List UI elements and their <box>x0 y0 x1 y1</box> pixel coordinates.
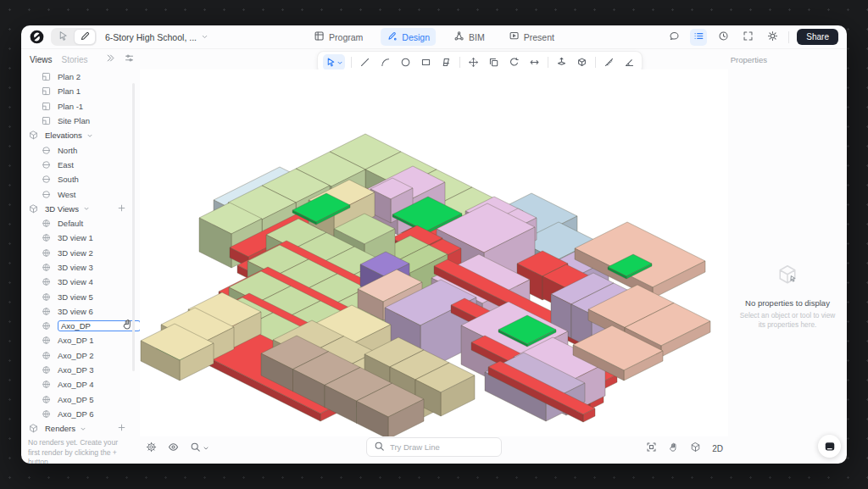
massing-model-3d-view[interactable] <box>140 69 728 436</box>
sidebar-item-north[interactable]: North <box>21 142 140 157</box>
cursor-icon <box>58 30 69 45</box>
sidebar-item-3d-view-6[interactable]: 3D view 6 <box>21 304 140 319</box>
tool-move[interactable] <box>466 54 481 70</box>
tab-program[interactable]: Program <box>308 28 369 46</box>
sidebar-item-site-plan[interactable]: Site Plan <box>21 114 140 128</box>
sidebar-item-west[interactable]: West <box>21 186 140 201</box>
tab-design[interactable]: Design <box>381 28 436 46</box>
tool-flip[interactable] <box>527 54 542 70</box>
sidebar-section-renders[interactable]: Renders <box>21 421 140 436</box>
tool-rotate[interactable] <box>507 54 521 70</box>
view-icon <box>41 394 52 405</box>
sidebar-item-plan-1[interactable]: Plan -1 <box>21 99 140 114</box>
tool-line[interactable] <box>358 54 372 70</box>
select-mode-button[interactable] <box>53 30 73 44</box>
sidebar-item-south[interactable]: South <box>21 172 140 186</box>
sidebar-item-east[interactable]: East <box>21 158 140 172</box>
sidebar-item-axo-dp-5[interactable]: Axo_DP 5 <box>21 392 140 407</box>
add-3d-views-button[interactable] <box>117 203 126 213</box>
divider <box>788 31 789 43</box>
program-icon <box>314 31 325 43</box>
sidebar-section-3d-views[interactable]: 3D Views <box>21 202 140 216</box>
sidebar-item-default[interactable]: Default <box>21 216 140 231</box>
tool-arc[interactable] <box>378 54 392 70</box>
properties-panel: No properties to display Select an objec… <box>728 69 847 464</box>
sidebar-item-3d-view-5[interactable]: 3D view 5 <box>21 289 140 303</box>
tool-measure[interactable] <box>602 54 616 70</box>
sidebar-item-3d-view-4[interactable]: 3D view 4 <box>21 275 140 289</box>
visibility-button[interactable] <box>168 441 179 456</box>
cube-icon <box>28 423 39 434</box>
zoom-fit-button[interactable] <box>646 441 657 456</box>
zoom-menu-button[interactable] <box>190 441 209 456</box>
comment-icon <box>669 30 680 45</box>
filter-icon[interactable] <box>124 52 135 67</box>
tool-eraser[interactable] <box>439 54 453 70</box>
eye-icon <box>168 441 179 456</box>
view-icon <box>41 335 52 346</box>
divider <box>351 57 352 68</box>
toggle-2d-button[interactable]: 2D <box>712 444 723 453</box>
tool-select[interactable] <box>323 54 345 70</box>
tab-bim[interactable]: BIM <box>448 28 491 46</box>
collapse-sidebar-icon[interactable] <box>105 52 116 67</box>
present-icon <box>509 31 520 43</box>
fullscreen-button[interactable] <box>739 29 756 46</box>
pan-hand-icon <box>668 441 679 455</box>
tool-protractor[interactable] <box>622 54 637 70</box>
sidebar-section-elevations[interactable]: Elevations <box>21 128 140 142</box>
tab-views[interactable]: Views <box>30 55 53 64</box>
add-renders-button[interactable] <box>117 423 126 432</box>
chevron-down-icon <box>201 33 209 41</box>
magnifier-icon <box>190 441 201 456</box>
app-logo-icon[interactable] <box>30 30 44 44</box>
tool-push-pull[interactable] <box>554 54 569 70</box>
view-icon <box>41 306 52 317</box>
document-title-text: 6-Story High School, ... <box>105 32 197 42</box>
sidebar-item-axo-dp-6[interactable]: Axo_DP 6 <box>21 407 140 421</box>
outline-list-button[interactable] <box>690 29 707 46</box>
share-button[interactable]: Share <box>797 29 838 45</box>
help-chat-button[interactable] <box>818 435 841 458</box>
model-canvas[interactable] <box>140 69 728 436</box>
view-icon <box>41 292 52 303</box>
history-button[interactable] <box>715 29 732 46</box>
elev-icon <box>41 174 52 185</box>
bim-icon <box>453 31 465 43</box>
history-icon <box>718 30 729 45</box>
sidebar-header-icons <box>105 49 135 69</box>
chevron-down-icon <box>80 425 86 432</box>
pan-button[interactable] <box>668 441 679 456</box>
tab-stories[interactable]: Stories <box>62 55 88 64</box>
empty-state-caption: Select an object or tool to view its pro… <box>738 311 837 330</box>
plan-icon <box>41 115 52 126</box>
sidebar-item-axo-dp-3[interactable]: Axo_DP 3 <box>21 363 140 377</box>
sidebar-item-3d-view-3[interactable]: 3D view 3 <box>21 260 140 275</box>
tab-present[interactable]: Present <box>503 28 560 46</box>
edit-mode-button[interactable] <box>75 30 95 44</box>
theme-button[interactable] <box>764 29 781 46</box>
orbit-view-button[interactable] <box>690 441 701 456</box>
sidebar-item-3d-view-1[interactable]: 3D view 1 <box>21 231 140 245</box>
tool-rectangle[interactable] <box>419 54 433 70</box>
sidebar-item-plan-2[interactable]: Plan 2 <box>21 69 140 84</box>
design-icon <box>387 31 398 43</box>
tool-copy[interactable] <box>487 54 501 70</box>
hand-cursor-icon <box>121 318 134 334</box>
settings-button[interactable] <box>146 441 157 456</box>
comments-button[interactable] <box>665 29 682 46</box>
sidebar-item-axo-dp-4[interactable]: Axo_DP 4 <box>21 377 140 392</box>
chat-bubble-icon <box>824 441 836 453</box>
tool-offset-box[interactable] <box>575 54 589 70</box>
view-icon <box>41 247 52 258</box>
sidebar-item-3d-view-2[interactable]: 3D view 2 <box>21 246 140 260</box>
sidebar-item-axo-dp-1[interactable]: Axo_DP 1 <box>21 333 140 347</box>
sun-icon <box>767 30 778 45</box>
chevron-down-icon <box>83 205 90 212</box>
sidebar-item-axo-dp-2[interactable]: Axo_DP 2 <box>21 348 140 363</box>
sidebar-item-plan-1[interactable]: Plan 1 <box>21 84 140 98</box>
tool-circle[interactable] <box>398 54 413 70</box>
document-title[interactable]: 6-Story High School, ... <box>105 32 209 42</box>
command-search-input[interactable] <box>390 442 483 452</box>
chevron-down-icon <box>86 132 93 139</box>
